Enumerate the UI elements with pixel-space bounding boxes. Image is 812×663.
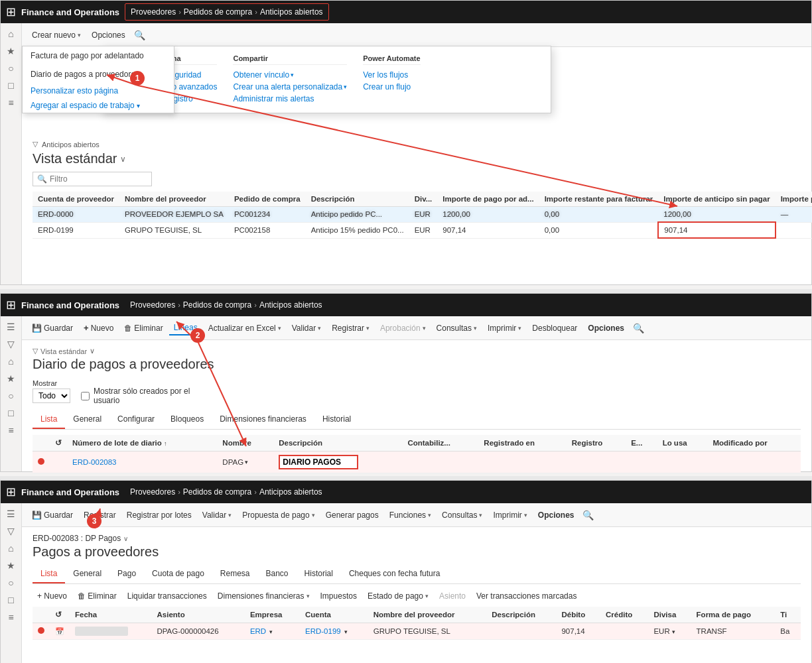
page-title-chevron-1[interactable]: ∨ (120, 154, 126, 164)
actualizar-excel-btn-2[interactable]: Actualizar en Excel▾ (204, 322, 286, 335)
grid-icon-1[interactable]: ⊞ (6, 5, 16, 19)
sidebar-home-3[interactable]: ⌂ (8, 543, 13, 554)
grid-icon-3[interactable]: ⊞ (6, 485, 16, 499)
sidebar-filter-3[interactable]: ▽ (7, 526, 15, 536)
tab-cuota-3[interactable]: Cuota de pago (144, 565, 212, 583)
annotation-circle-1: 1 (130, 71, 145, 86)
tab-banco-3[interactable]: Banco (258, 565, 297, 583)
aprobacion-btn-2[interactable]: Aprobación▾ (375, 322, 431, 335)
nuevo-sub-3[interactable]: + Nuevo (33, 589, 72, 603)
validar-btn-2[interactable]: Validar▾ (287, 322, 326, 335)
table3-row[interactable]: 📅 DPAG-000000426 ERD ▾ ERD-0199 ▾ (33, 623, 801, 640)
guardar-btn-2[interactable]: 💾 Guardar (27, 322, 78, 335)
bc-pedidos-1[interactable]: Pedidos de compra (184, 7, 252, 17)
eliminar-btn-2[interactable]: 🗑 Eliminar (119, 322, 167, 335)
mega-link-obtener[interactable]: Obtener vínculo ▾ (233, 69, 347, 81)
tab-dimensiones-2[interactable]: Dimensiones financieras (212, 410, 314, 429)
tab-remesa-3[interactable]: Remesa (212, 565, 258, 583)
imprimir-btn-2[interactable]: Imprimir▾ (483, 322, 526, 335)
tab-lista-2[interactable]: Lista (33, 410, 65, 429)
sidebar-doc-3[interactable]: □ (8, 595, 13, 605)
sidebar-doc-2[interactable]: □ (8, 408, 13, 418)
registrar-btn-2[interactable]: Registrar▾ (327, 322, 374, 335)
impuestos-sub-3[interactable]: Impuestos (316, 589, 362, 603)
checkbox-group: Mostrar sólo creados por elusuario (81, 387, 190, 405)
personalizar-link[interactable]: Personalizar esto página (23, 84, 174, 98)
toolbar-3: 💾 Guardar Registrar Registrar por lotes … (22, 503, 811, 527)
eliminar-sub-3[interactable]: 🗑 Eliminar (73, 589, 121, 603)
opciones-btn-2[interactable]: Opciones (583, 322, 629, 335)
sidebar-list-3[interactable]: ≡ (8, 612, 13, 623)
propuesta-btn-3[interactable]: Propuesta de pago▾ (237, 509, 319, 522)
liquidar-sub-3[interactable]: Liquidar transacciones (123, 589, 212, 603)
dropdown-item-diario[interactable]: Diario de pagos a proveedores (23, 65, 174, 84)
table-row-blurred[interactable]: ERD-0000 PROVEEDOR EJEMPLO SA PC001234 A… (33, 207, 812, 223)
tab-lista-3[interactable]: Lista (33, 565, 65, 583)
sidebar-icon-doc[interactable]: □ (8, 80, 13, 91)
mostrar-select[interactable]: Todo (33, 389, 70, 403)
generar-btn-3[interactable]: Generar pagos (321, 509, 383, 522)
dimensiones-sub-3[interactable]: Dimensiones financieras ▾ (213, 589, 314, 603)
search-icon-2[interactable]: 🔍 (633, 323, 644, 333)
validar-btn-3[interactable]: Validar▾ (198, 509, 236, 522)
tab-bloqueos-2[interactable]: Bloqueos (163, 410, 212, 429)
registrar-lotes-btn-3[interactable]: Registrar por lotes (122, 509, 196, 522)
page-label-3: ERD-002083 : DP Pagos (33, 534, 121, 543)
consultas-btn-3[interactable]: Consultas▾ (437, 509, 487, 522)
th-importe-restante: Importe restante para facturar (539, 192, 659, 207)
estado-sub-3[interactable]: Estado de pago ▾ (363, 589, 433, 603)
sidebar-list-2[interactable]: ≡ (8, 425, 13, 436)
desc-input-2[interactable] (279, 455, 358, 469)
filter-input-1[interactable] (50, 174, 147, 184)
tab-cheques-3[interactable]: Cheques con fecha futura (341, 565, 448, 583)
mega-link-alerta[interactable]: Crear una alerta personalizada ▾ (233, 81, 347, 93)
sidebar-icon-star[interactable]: ★ (7, 46, 15, 56)
table-row-data[interactable]: ERD-0199 GRUPO TEGUISE, SL PC002158 Anti… (33, 222, 812, 238)
search-icon-toolbar-1[interactable]: 🔍 (134, 30, 145, 40)
search-icon-3[interactable]: 🔍 (582, 510, 594, 520)
table2-row[interactable]: ERD-002083 DPAG ▾ (33, 452, 801, 473)
sidebar-hamburger-3[interactable]: ☰ (7, 509, 15, 519)
opciones-btn-3[interactable]: Opciones (533, 509, 579, 522)
opciones-btn-1[interactable]: Opciones (87, 29, 130, 42)
sidebar-clock-2[interactable]: ○ (8, 391, 13, 401)
sidebar-clock-3[interactable]: ○ (8, 577, 13, 588)
mega-link-flujos[interactable]: Ver los flujos (363, 69, 420, 81)
page-label-chevron-3[interactable]: ∨ (123, 535, 128, 542)
sidebar-icon-list[interactable]: ≡ (8, 97, 13, 108)
asiento-sub-3: Asiento (435, 589, 470, 603)
tab-configurar-2[interactable]: Configurar (109, 410, 163, 429)
tab-general-2[interactable]: General (65, 410, 109, 429)
crear-nuevo-btn[interactable]: Crear nuevo ▾ (27, 29, 86, 42)
agregar-espacio-link[interactable]: Agregar al espacio de trabajo ▾ (23, 98, 174, 113)
funciones-btn-3[interactable]: Funciones▾ (385, 509, 436, 522)
td-desc-2[interactable] (273, 452, 402, 473)
mega-link-alertas[interactable]: Administrar mis alertas (233, 93, 347, 105)
th-registrado-2: Registrado en (478, 435, 566, 452)
grid-icon-2[interactable]: ⊞ (6, 298, 16, 312)
bc-proveedores-1[interactable]: Proveedores (131, 7, 176, 17)
checkbox-creados[interactable] (81, 392, 90, 400)
tab-historial-2[interactable]: Historial (314, 410, 359, 429)
tab-historial-3[interactable]: Historial (297, 565, 341, 583)
sidebar-icon-home[interactable]: ⌂ (8, 29, 13, 39)
sidebar-icon-clock[interactable]: ○ (8, 63, 13, 74)
guardar-btn-3[interactable]: 💾 Guardar (27, 509, 78, 522)
imprimir-btn-3[interactable]: Imprimir▾ (488, 509, 531, 522)
sidebar-home-2[interactable]: ⌂ (8, 356, 13, 367)
tab-general-3[interactable]: General (65, 565, 109, 583)
sidebar-star-3[interactable]: ★ (7, 560, 15, 571)
sidebar-hamburger-2[interactable]: ☰ (7, 322, 15, 332)
ver-trans-sub-3[interactable]: Ver transacciones marcadas (472, 589, 581, 603)
sidebar-filter-2[interactable]: ▽ (7, 339, 15, 349)
tab-pago-3[interactable]: Pago (109, 565, 144, 583)
dropdown-item-factura[interactable]: Factura de pago por adelantado (23, 46, 174, 65)
bc-anticipos-1[interactable]: Anticipos abiertos (260, 7, 323, 17)
nuevo-btn-2[interactable]: + Nuevo (79, 321, 118, 335)
consultas-btn-2[interactable]: Consultas▾ (432, 322, 482, 335)
td-lote-2[interactable]: ERD-002083 (67, 452, 217, 473)
mega-link-crear-flujo[interactable]: Crear un flujo (363, 81, 420, 93)
desbloquear-btn-2[interactable]: Desbloquear (527, 322, 582, 335)
table-3: ↺ Fecha Asiento Empresa Cuenta Nombre de… (33, 607, 801, 640)
sidebar-star-2[interactable]: ★ (7, 373, 15, 384)
